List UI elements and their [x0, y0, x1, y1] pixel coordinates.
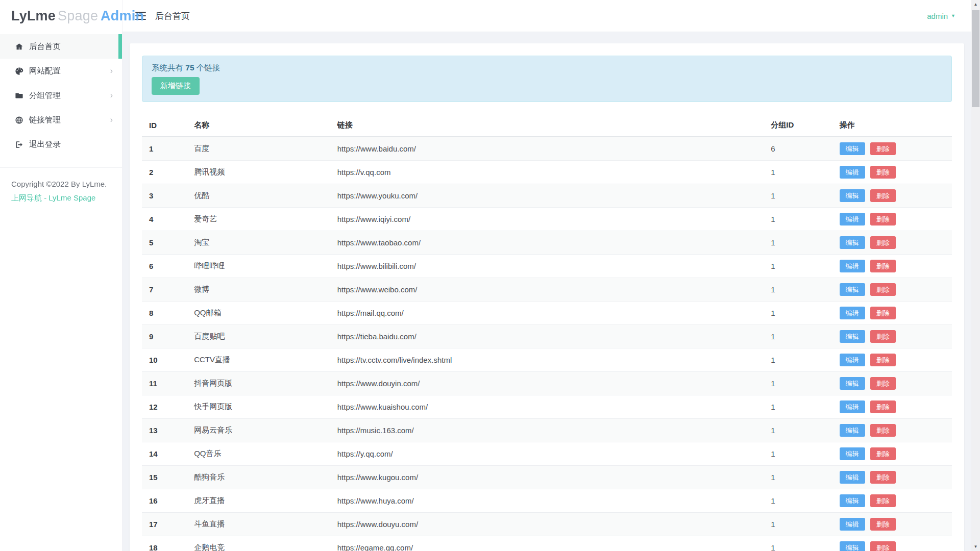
cell-group-id: 1 — [771, 489, 839, 512]
table-row: 5 淘宝 https://www.taobao.com/ 1 编辑 删除 — [142, 231, 952, 254]
vertical-scrollbar[interactable]: ▲ ▼ — [971, 0, 980, 551]
link-count-text: 系统共有 75 个链接 — [152, 63, 942, 72]
count-suffix: 个链接 — [194, 63, 220, 72]
edit-button[interactable]: 编辑 — [840, 189, 865, 202]
table-row: 8 QQ邮箱 https://mail.qq.com/ 1 编辑 删除 — [142, 301, 952, 324]
cell-url: https://www.weibo.com/ — [337, 278, 771, 301]
cell-id: 5 — [142, 231, 194, 254]
add-link-button[interactable]: 新增链接 — [152, 77, 200, 95]
cell-url: https://v.qq.com — [337, 160, 771, 184]
scrollbar-thumb[interactable] — [972, 10, 979, 107]
cell-group-id: 1 — [771, 184, 839, 207]
cell-id: 17 — [142, 512, 194, 536]
cell-name: CCTV直播 — [194, 348, 337, 371]
cell-group-id: 1 — [771, 207, 839, 231]
cell-url: https://www.kugou.com/ — [337, 465, 771, 489]
delete-button[interactable]: 删除 — [870, 283, 896, 296]
edit-button[interactable]: 编辑 — [840, 424, 865, 437]
delete-button[interactable]: 删除 — [870, 189, 896, 202]
edit-button[interactable]: 编辑 — [840, 354, 865, 366]
delete-button[interactable]: 删除 — [870, 213, 896, 226]
header-url: 链接 — [337, 114, 771, 137]
cell-group-id: 1 — [771, 418, 839, 442]
edit-button[interactable]: 编辑 — [840, 447, 865, 460]
scroll-down-icon[interactable]: ▼ — [971, 542, 980, 551]
delete-button[interactable]: 删除 — [870, 166, 896, 179]
cell-id: 18 — [142, 536, 194, 551]
edit-button[interactable]: 编辑 — [840, 518, 865, 531]
table-header-row: ID 名称 链接 分组ID 操作 — [142, 114, 952, 137]
sidebar-item-logout[interactable]: 退出登录 — [0, 132, 122, 157]
folder-icon — [14, 91, 23, 100]
cell-group-id: 1 — [771, 395, 839, 418]
table-row: 7 微博 https://www.weibo.com/ 1 编辑 删除 — [142, 278, 952, 301]
cell-group-id: 1 — [771, 465, 839, 489]
edit-button[interactable]: 编辑 — [840, 166, 865, 179]
cell-actions: 编辑 删除 — [840, 184, 952, 207]
cell-actions: 编辑 删除 — [840, 324, 952, 348]
cell-group-id: 1 — [771, 512, 839, 536]
scroll-up-icon[interactable]: ▲ — [971, 0, 980, 9]
cell-id: 15 — [142, 465, 194, 489]
edit-button[interactable]: 编辑 — [840, 213, 865, 226]
cell-url: https://tieba.baidu.com/ — [337, 324, 771, 348]
delete-button[interactable]: 删除 — [870, 447, 896, 460]
delete-button[interactable]: 删除 — [870, 541, 896, 551]
cell-group-id: 1 — [771, 371, 839, 395]
delete-button[interactable]: 删除 — [870, 471, 896, 484]
cell-url: https://mail.qq.com/ — [337, 301, 771, 324]
delete-button[interactable]: 删除 — [870, 354, 896, 366]
caret-down-icon: ▼ — [951, 14, 955, 18]
delete-button[interactable]: 删除 — [870, 518, 896, 531]
cell-actions: 编辑 删除 — [840, 231, 952, 254]
cell-name: 哔哩哔哩 — [194, 254, 337, 278]
edit-button[interactable]: 编辑 — [840, 142, 865, 155]
cell-id: 4 — [142, 207, 194, 231]
sidebar-item-site-config[interactable]: 网站配置 › — [0, 59, 122, 83]
delete-button[interactable]: 删除 — [870, 260, 896, 272]
cell-group-id: 1 — [771, 231, 839, 254]
delete-button[interactable]: 删除 — [870, 400, 896, 413]
delete-button[interactable]: 删除 — [870, 377, 896, 390]
header-name: 名称 — [194, 114, 337, 137]
sidebar-item-label: 分组管理 — [29, 90, 61, 101]
edit-button[interactable]: 编辑 — [840, 260, 865, 272]
cell-url: https://tv.cctv.com/live/index.shtml — [337, 348, 771, 371]
home-icon — [14, 42, 23, 51]
sidebar-item-dashboard[interactable]: 后台首页 — [0, 34, 122, 59]
edit-button[interactable]: 编辑 — [840, 377, 865, 390]
logo-part-lylme: LyLme — [11, 8, 56, 24]
delete-button[interactable]: 删除 — [870, 330, 896, 343]
edit-button[interactable]: 编辑 — [840, 400, 865, 413]
sidebar-item-link-management[interactable]: 链接管理 › — [0, 108, 122, 132]
cell-name: 腾讯视频 — [194, 160, 337, 184]
edit-button[interactable]: 编辑 — [840, 283, 865, 296]
table-row: 3 优酷 https://www.youku.com/ 1 编辑 删除 — [142, 184, 952, 207]
user-menu[interactable]: admin ▼ — [927, 12, 955, 20]
header-ops: 操作 — [840, 114, 952, 137]
edit-button[interactable]: 编辑 — [840, 471, 865, 484]
cell-name: 百度贴吧 — [194, 324, 337, 348]
cell-group-id: 1 — [771, 301, 839, 324]
edit-button[interactable]: 编辑 — [840, 330, 865, 343]
edit-button[interactable]: 编辑 — [840, 307, 865, 319]
delete-button[interactable]: 删除 — [870, 236, 896, 249]
cell-actions: 编辑 删除 — [840, 160, 952, 184]
edit-button[interactable]: 编辑 — [840, 236, 865, 249]
cell-actions: 编辑 删除 — [840, 371, 952, 395]
table-row: 2 腾讯视频 https://v.qq.com 1 编辑 删除 — [142, 160, 952, 184]
footer-site-link[interactable]: 上网导航 - LyLme Spage — [11, 193, 111, 203]
table-row: 12 快手网页版 https://www.kuaishou.com/ 1 编辑 … — [142, 395, 952, 418]
cell-actions: 编辑 删除 — [840, 207, 952, 231]
cell-url: https://music.163.com/ — [337, 418, 771, 442]
delete-button[interactable]: 删除 — [870, 307, 896, 319]
delete-button[interactable]: 删除 — [870, 424, 896, 437]
sidebar-item-group-management[interactable]: 分组管理 › — [0, 83, 122, 108]
edit-button[interactable]: 编辑 — [840, 494, 865, 507]
delete-button[interactable]: 删除 — [870, 142, 896, 155]
cell-id: 7 — [142, 278, 194, 301]
delete-button[interactable]: 删除 — [870, 494, 896, 507]
cell-actions: 编辑 删除 — [840, 348, 952, 371]
edit-button[interactable]: 编辑 — [840, 541, 865, 551]
cell-url: https://www.douyin.com/ — [337, 371, 771, 395]
